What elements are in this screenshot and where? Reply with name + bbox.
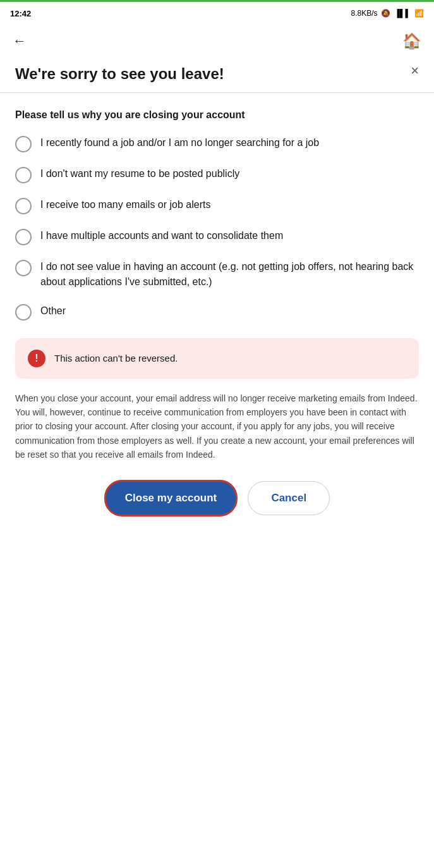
status-bar: 12:42 8.8KB/s 🔕 ▐▌▌ 📶 bbox=[0, 2, 434, 25]
status-time: 12:42 bbox=[10, 9, 31, 18]
home-button[interactable]: 🏠 bbox=[402, 32, 421, 50]
radio-label-4: I have multiple accounts and want to con… bbox=[40, 228, 283, 243]
radio-label-6: Other bbox=[40, 303, 66, 319]
radio-circle-6[interactable] bbox=[15, 304, 32, 321]
network-speed: 8.8KB/s bbox=[351, 9, 377, 18]
action-buttons: Close my account Cancel bbox=[15, 480, 419, 529]
nav-bar: ← 🏠 bbox=[0, 25, 434, 58]
status-right: 8.8KB/s 🔕 ▐▌▌ 📶 bbox=[351, 9, 424, 18]
warning-box: ! This action can't be reversed. bbox=[15, 338, 419, 379]
radio-circle-4[interactable] bbox=[15, 229, 32, 245]
radio-label-1: I recently found a job and/or I am no lo… bbox=[40, 135, 319, 150]
mute-icon: 🔕 bbox=[381, 9, 390, 18]
description-text: When you close your account, your email … bbox=[15, 391, 419, 462]
radio-option-3[interactable]: I receive too many emails or job alerts bbox=[15, 197, 419, 214]
radio-circle-2[interactable] bbox=[15, 167, 32, 183]
page-title: We're sorry to see you leave! bbox=[15, 64, 224, 83]
radio-option-4[interactable]: I have multiple accounts and want to con… bbox=[15, 228, 419, 245]
radio-label-2: I don't want my resume to be posted publ… bbox=[40, 166, 239, 181]
warning-icon: ! bbox=[28, 350, 45, 367]
radio-option-2[interactable]: I don't want my resume to be posted publ… bbox=[15, 166, 419, 183]
back-button[interactable]: ← bbox=[13, 33, 27, 49]
close-account-button[interactable]: Close my account bbox=[104, 480, 238, 517]
cancel-button[interactable]: Cancel bbox=[248, 481, 330, 515]
warning-text: This action can't be reversed. bbox=[54, 351, 178, 365]
radio-circle-3[interactable] bbox=[15, 198, 32, 214]
radio-option-6[interactable]: Other bbox=[15, 303, 419, 321]
radio-option-5[interactable]: I do not see value in having an account … bbox=[15, 259, 419, 290]
radio-circle-1[interactable] bbox=[15, 136, 32, 152]
radio-options: I recently found a job and/or I am no lo… bbox=[15, 135, 419, 321]
radio-label-5: I do not see value in having an account … bbox=[40, 259, 419, 290]
radio-option-1[interactable]: I recently found a job and/or I am no lo… bbox=[15, 135, 419, 152]
signal-icon: ▐▌▌ bbox=[394, 9, 411, 18]
divider bbox=[0, 92, 434, 93]
main-content: We're sorry to see you leave! × Please t… bbox=[0, 58, 434, 544]
radio-circle-5[interactable] bbox=[15, 260, 32, 276]
title-row: We're sorry to see you leave! × bbox=[15, 64, 419, 87]
radio-label-3: I receive too many emails or job alerts bbox=[40, 197, 210, 212]
section-label: Please tell us why you are closing your … bbox=[15, 108, 419, 122]
wifi-icon: 📶 bbox=[414, 9, 424, 18]
close-button[interactable]: × bbox=[411, 64, 419, 78]
